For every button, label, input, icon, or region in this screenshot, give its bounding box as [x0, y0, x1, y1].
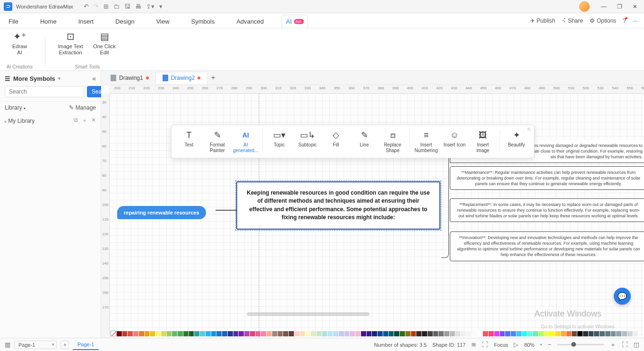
color-swatch[interactable]: [428, 331, 433, 336]
color-swatch[interactable]: [244, 331, 249, 336]
color-swatch[interactable]: [378, 331, 383, 336]
color-swatch[interactable]: [294, 331, 300, 336]
replace-shape-button[interactable]: ⧈Replace Shape: [379, 128, 406, 155]
close-button[interactable]: ✕: [630, 3, 640, 10]
color-swatch[interactable]: [567, 331, 572, 336]
menu-view[interactable]: View: [153, 15, 173, 28]
topic-button[interactable]: ▭▾Topic: [266, 128, 293, 150]
export-icon[interactable]: ⇪▾: [146, 3, 155, 10]
collapse-panel-button[interactable]: «: [92, 75, 96, 82]
color-swatch[interactable]: [500, 331, 505, 336]
fill-button[interactable]: ◇Fill: [322, 128, 350, 150]
tab-drawing2[interactable]: Drawing2: [155, 72, 208, 84]
color-swatch[interactable]: [300, 331, 305, 336]
color-swatch[interactable]: [616, 331, 621, 336]
color-swatch[interactable]: [494, 331, 499, 336]
line-button[interactable]: ✎Line: [351, 128, 378, 150]
undo-icon[interactable]: ↶: [84, 3, 89, 10]
color-swatch[interactable]: [561, 331, 566, 336]
color-swatch[interactable]: [583, 331, 588, 336]
color-swatch[interactable]: [272, 331, 277, 336]
save-icon[interactable]: 🖫: [124, 3, 130, 10]
color-swatch[interactable]: [117, 331, 122, 336]
fit-page-icon[interactable]: ⛶: [622, 341, 628, 348]
color-swatch[interactable]: [489, 331, 494, 336]
mindmap-child-node[interactable]: **Maintenance**: Regular maintenance act…: [450, 166, 644, 190]
chevron-down-icon[interactable]: ▾: [58, 76, 60, 81]
color-swatch[interactable]: [333, 331, 338, 336]
new-icon[interactable]: ⊞: [103, 3, 109, 10]
color-swatch[interactable]: [239, 331, 244, 336]
ai-generated-button[interactable]: AIAI generated...: [232, 128, 259, 155]
menu-insert[interactable]: Insert: [75, 15, 98, 28]
color-swatch[interactable]: [355, 331, 361, 336]
color-swatch[interactable]: [133, 331, 138, 336]
color-swatch[interactable]: [522, 331, 527, 336]
zoom-in-button[interactable]: ＋: [610, 341, 616, 349]
color-swatch[interactable]: [416, 331, 421, 336]
focus-button[interactable]: Focus: [494, 342, 508, 348]
color-swatch[interactable]: [450, 331, 455, 336]
color-swatch[interactable]: [228, 331, 233, 336]
horizontal-scrollbar-thumb[interactable]: [247, 312, 369, 316]
color-swatch[interactable]: [511, 331, 516, 336]
zoom-slider[interactable]: [557, 344, 604, 345]
mindmap-root-node[interactable]: repairing renewable resources: [117, 206, 206, 219]
color-swatch[interactable]: [367, 331, 372, 336]
page-dropdown[interactable]: Page-1: [14, 341, 57, 349]
insert-icon-button[interactable]: ☺Insert Icon: [441, 128, 468, 150]
close-library-icon[interactable]: ✕: [91, 117, 96, 125]
color-swatch[interactable]: [539, 331, 544, 336]
color-swatch[interactable]: [572, 331, 577, 336]
color-swatch[interactable]: [322, 331, 327, 336]
fullscreen-icon[interactable]: ⛶: [482, 341, 488, 348]
chat-assistant-button[interactable]: 💬: [614, 288, 631, 305]
color-swatch[interactable]: [183, 331, 189, 336]
color-swatch[interactable]: [555, 331, 560, 336]
color-swatch[interactable]: [317, 331, 322, 336]
color-swatch[interactable]: [266, 331, 272, 336]
color-swatch[interactable]: [150, 331, 155, 336]
vertical-ruler[interactable]: 30405060708090100110120130140150160170: [101, 94, 110, 338]
one-click-edit-button[interactable]: ▤ One Click Edit: [92, 31, 117, 56]
color-swatch[interactable]: [216, 331, 222, 336]
color-swatch[interactable]: [311, 331, 316, 336]
print-icon[interactable]: 🖶: [135, 3, 141, 10]
options-button[interactable]: ⚙ Options: [590, 17, 616, 24]
more-qat-icon[interactable]: ▾: [159, 3, 163, 10]
color-swatch[interactable]: [505, 331, 510, 336]
color-swatch[interactable]: [455, 331, 461, 336]
color-swatch[interactable]: [372, 331, 377, 336]
color-swatch[interactable]: [305, 331, 310, 336]
color-swatch[interactable]: [466, 331, 472, 336]
mindmap-main-node[interactable]: Keeping renewable resources in good cond…: [236, 181, 440, 230]
user-avatar[interactable]: [579, 1, 590, 12]
minimize-button[interactable]: —: [598, 3, 610, 10]
color-swatch[interactable]: [622, 331, 627, 336]
share-button[interactable]: ⠪ Share: [562, 17, 583, 24]
color-swatch[interactable]: [544, 331, 550, 336]
mindmap-child-node[interactable]: **Innovation**: Developing new and innov…: [450, 231, 644, 261]
color-swatch[interactable]: [161, 331, 166, 336]
color-swatch[interactable]: [394, 331, 399, 336]
color-swatch[interactable]: [444, 331, 449, 336]
menu-advanced[interactable]: Advanced: [232, 15, 267, 28]
color-swatch[interactable]: [206, 331, 211, 336]
color-swatch[interactable]: [128, 331, 133, 336]
color-swatch[interactable]: [594, 331, 599, 336]
color-swatch[interactable]: [483, 331, 488, 336]
collapse-ribbon-button[interactable]: ︿: [633, 17, 638, 25]
color-swatch[interactable]: [233, 331, 239, 336]
text-button[interactable]: TText: [175, 128, 203, 150]
tab-drawing1[interactable]: Drawing1: [104, 72, 155, 84]
color-swatch[interactable]: [261, 331, 266, 336]
color-swatch[interactable]: [605, 331, 610, 336]
no-fill-swatch[interactable]: [111, 331, 116, 336]
color-swatch[interactable]: [211, 331, 216, 336]
color-swatch[interactable]: [122, 331, 128, 336]
pages-icon[interactable]: ▥: [5, 341, 10, 348]
color-swatch[interactable]: [350, 331, 355, 336]
color-swatch[interactable]: [256, 331, 261, 336]
insert-numbering-button[interactable]: ≡Insert Numbering: [412, 128, 440, 155]
open-icon[interactable]: 🗀: [113, 3, 120, 10]
